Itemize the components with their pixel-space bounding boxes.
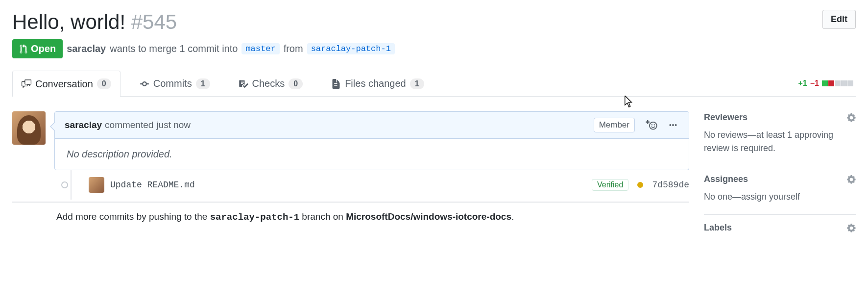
kebab-menu-button[interactable]: [667, 119, 679, 131]
commit-avatar[interactable]: [89, 177, 104, 193]
git-pull-request-icon: [19, 44, 28, 54]
reviewers-title: Reviewers: [704, 112, 747, 123]
tab-commits-label: Commits: [153, 78, 192, 89]
gear-icon: [847, 224, 856, 232]
head-branch[interactable]: saraclay-patch-1: [307, 43, 395, 54]
avatar[interactable]: [12, 111, 46, 145]
diff-block-neutral: [847, 80, 853, 86]
tab-files-count: 1: [410, 78, 424, 89]
tab-checks-count: 0: [289, 78, 303, 89]
diff-deletions: −1: [810, 79, 819, 88]
commit-row: Update README.md Verified 7d589de: [12, 170, 689, 200]
edit-button[interactable]: Edit: [822, 10, 856, 29]
diffstat[interactable]: +1 −1: [798, 79, 856, 88]
comment-body: No description provided.: [55, 139, 689, 170]
comment-time[interactable]: just now: [156, 120, 191, 130]
diff-block-neutral: [835, 80, 841, 86]
push-hint-repo: MicrosoftDocs/windows-iotcore-docs: [346, 211, 511, 222]
reviewers-text: No reviews—at least 1 approving review i…: [704, 128, 856, 155]
pr-meta: Open saraclay wants to merge 1 commit in…: [12, 39, 856, 58]
tab-conversation-label: Conversation: [35, 78, 93, 90]
commit-hash[interactable]: 7d589de: [652, 180, 689, 190]
status-pending-icon[interactable]: [637, 182, 643, 188]
timeline-commit-dot-icon: [61, 181, 68, 188]
svg-point-3: [669, 124, 671, 126]
tab-commits-count: 1: [196, 78, 210, 89]
checklist-icon: [239, 79, 248, 89]
sidebar-assignees: Assignees No one—assign yourself: [704, 166, 856, 215]
diff-block-add: [822, 80, 828, 86]
kebab-icon: [668, 120, 678, 130]
pr-number: #545: [131, 10, 177, 33]
add-reaction-button[interactable]: [644, 119, 658, 131]
from-text: from: [284, 43, 303, 54]
tabs: Conversation 0 Commits 1 Checks 0 Files …: [12, 71, 434, 96]
comment-box: saraclay commented just now Member: [54, 111, 689, 170]
push-hint: Add more commits by pushing to the sarac…: [12, 202, 689, 223]
push-hint-prefix: Add more commits by pushing to the: [56, 211, 210, 222]
tab-files-label: Files changed: [345, 78, 406, 89]
verified-badge[interactable]: Verified: [592, 179, 628, 191]
tab-checks[interactable]: Checks 0: [229, 71, 313, 96]
svg-point-2: [654, 125, 655, 126]
sidebar-reviewers: Reviewers No reviews—at least 1 approvin…: [704, 111, 856, 166]
diff-blocks: [822, 80, 853, 86]
diff-block-del: [828, 80, 834, 86]
sidebar-labels-heading[interactable]: Labels: [704, 223, 856, 233]
push-hint-mid: branch on: [299, 211, 346, 222]
mouse-cursor-icon: [625, 96, 633, 108]
comment-author[interactable]: saraclay: [65, 120, 102, 130]
assignees-text: No one—assign yourself: [704, 190, 856, 204]
file-diff-icon: [331, 79, 341, 89]
tab-commits[interactable]: Commits 1: [130, 71, 219, 96]
tab-checks-label: Checks: [252, 78, 285, 89]
sidebar-reviewers-heading[interactable]: Reviewers: [704, 112, 856, 123]
diff-additions: +1: [798, 79, 807, 88]
pr-title: Hello, world! #545: [12, 10, 177, 34]
sidebar-assignees-heading[interactable]: Assignees: [704, 174, 856, 184]
pr-author[interactable]: saraclay: [67, 43, 106, 54]
pr-title-text: Hello, world!: [12, 10, 125, 33]
git-commit-icon: [140, 79, 149, 89]
role-badge: Member: [594, 118, 635, 132]
assignees-title: Assignees: [704, 174, 748, 184]
svg-point-5: [675, 124, 677, 126]
gear-icon: [847, 175, 856, 184]
comment-discussion-icon: [22, 79, 31, 89]
tab-conversation[interactable]: Conversation 0: [12, 71, 121, 97]
assign-yourself-link[interactable]: assign yourself: [741, 192, 800, 202]
assignees-none: No one—: [704, 192, 741, 202]
state-label: Open: [31, 43, 56, 54]
push-hint-suffix: .: [511, 211, 514, 222]
commit-message[interactable]: Update README.md: [110, 180, 592, 190]
push-hint-branch: saraclay-patch-1: [210, 212, 299, 223]
merge-text: wants to merge 1 commit into: [110, 43, 238, 54]
plus-smiley-icon: [645, 120, 657, 130]
state-badge-open: Open: [12, 39, 63, 58]
tab-conversation-count: 0: [97, 78, 111, 89]
labels-title: Labels: [704, 223, 732, 233]
svg-point-1: [651, 125, 652, 126]
comment-header: saraclay commented just now Member: [55, 112, 689, 139]
diff-block-neutral: [841, 80, 847, 86]
svg-point-4: [672, 124, 674, 126]
sidebar-labels: Labels: [704, 215, 856, 233]
gear-icon: [847, 113, 856, 122]
tab-files[interactable]: Files changed 1: [322, 71, 433, 96]
base-branch[interactable]: master: [241, 43, 279, 54]
svg-point-0: [650, 122, 657, 129]
comment-action: commented: [105, 120, 153, 130]
